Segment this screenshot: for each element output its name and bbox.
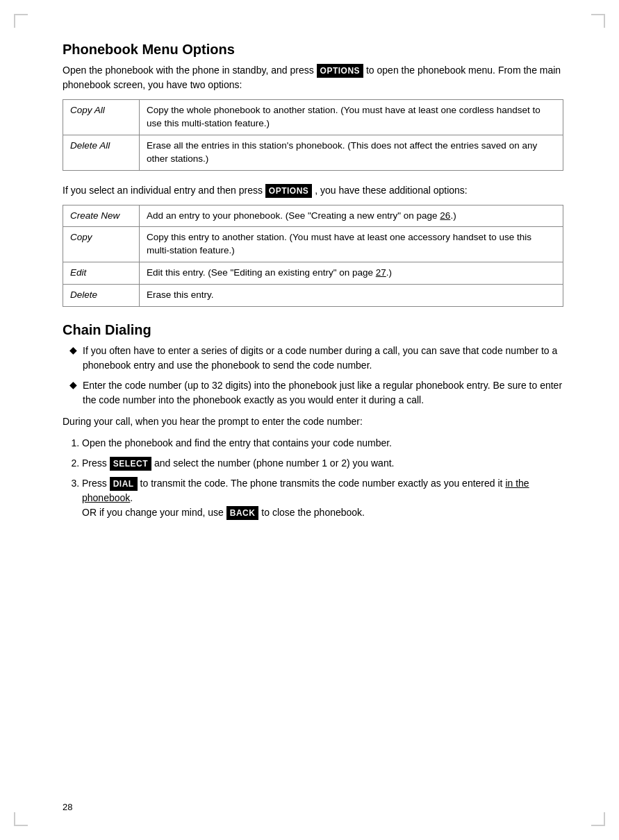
table2-cell-desc: Erase this entry.: [140, 285, 563, 307]
bullet-text-2: Enter the code number (up to 32 digits) …: [83, 378, 563, 408]
table2-cell-desc: Add an entry to your phonebook. (See "Cr…: [140, 205, 563, 227]
table1-cell-label: Copy All: [63, 100, 140, 135]
back-badge: BACK: [226, 506, 259, 520]
corner-br: [591, 812, 605, 826]
steps-list: Open the phonebook and find the entry th…: [63, 436, 563, 520]
corner-tl: [14, 14, 28, 28]
table2-cell-desc: Copy this entry to another station. (You…: [140, 227, 563, 262]
table1-cell-desc: Copy the whole phonebook to another stat…: [140, 100, 563, 135]
bullet-diamond-1: ◆: [69, 344, 77, 355]
table1-cell-label: Delete All: [63, 135, 140, 170]
section2-title: Chain Dialing: [63, 322, 563, 338]
dial-badge: DIAL: [110, 477, 138, 491]
corner-tr: [591, 14, 605, 28]
table2-cell-desc: Edit this entry. (See "Editing an existi…: [140, 262, 563, 285]
step-3: Press DIAL to transmit the code. The pho…: [82, 476, 563, 520]
table2-cell-label: Create New: [63, 205, 140, 227]
section1-mid-text: If you select an individual entry and th…: [63, 183, 563, 198]
table1: Copy AllCopy the whole phonebook to anot…: [63, 99, 563, 171]
section1-title: Phonebook Menu Options: [63, 42, 563, 58]
select-badge: SELECT: [110, 457, 151, 471]
section1-intro: Open the phonebook with the phone in sta…: [63, 63, 563, 92]
bullet-item-2: ◆ Enter the code number (up to 32 digits…: [63, 378, 563, 408]
table2-cell-label: Delete: [63, 285, 140, 307]
table1-cell-desc: Erase all the entries in this station's …: [140, 135, 563, 170]
step-2: Press SELECT and select the number (phon…: [82, 456, 563, 471]
options-badge-2: OPTIONS: [265, 184, 313, 198]
bullet-item-1: ◆ If you often have to enter a series of…: [63, 344, 563, 373]
table2-cell-label: Edit: [63, 262, 140, 285]
table2-cell-label: Copy: [63, 227, 140, 262]
corner-bl: [14, 812, 28, 826]
table2: Create NewAdd an entry to your phonebook…: [63, 205, 563, 307]
bullet-section: ◆ If you often have to enter a series of…: [63, 344, 563, 408]
bullet-diamond-2: ◆: [69, 379, 77, 390]
step-1: Open the phonebook and find the entry th…: [82, 436, 563, 451]
bullet-text-1: If you often have to enter a series of d…: [83, 344, 563, 373]
page-number: 28: [63, 802, 72, 812]
options-badge-1: OPTIONS: [317, 64, 364, 78]
steps-intro: During your call, when you hear the prom…: [63, 414, 563, 429]
